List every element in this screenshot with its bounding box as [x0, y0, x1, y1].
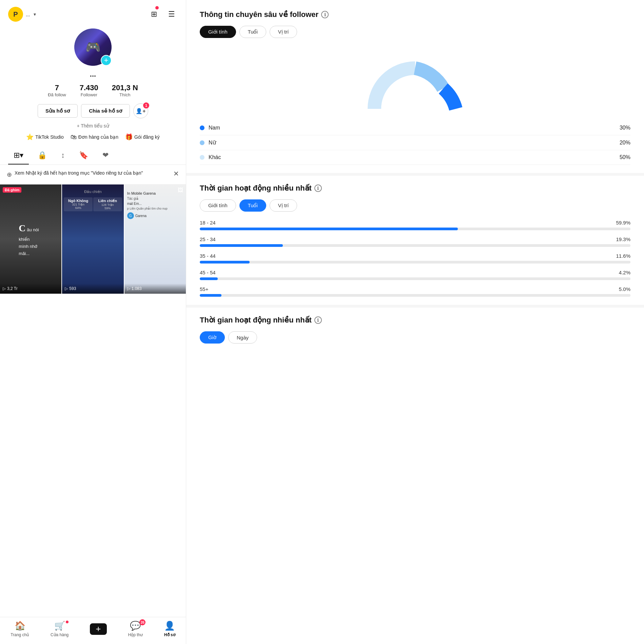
follower-insights-title: Thông tin chuyên sâu về follower ℹ [200, 10, 630, 19]
action-links: ⭐ TikTok Studio 🛍 Đơn hàng của bạn 🎁 Gói… [26, 133, 159, 141]
activity-tab-gender[interactable]: Giới tính [200, 199, 236, 212]
nav-shop[interactable]: 🛒 Cửa hàng [51, 621, 69, 637]
nav-home[interactable]: 🏠 Trang chủ [11, 621, 29, 637]
donut-chart [361, 46, 469, 114]
share-profile-button[interactable]: Chia sẻ hồ sơ [81, 104, 130, 118]
section-divider-2 [186, 305, 644, 308]
video-text-1: C âu nói khiếnmình nhớ mãi... [15, 218, 46, 261]
nav-inbox[interactable]: 💬 26 Hộp thư [128, 621, 143, 637]
activity-title-1-text: Thời gian hoạt động nhiều nhất [200, 184, 312, 193]
bar-fill-45-54 [200, 277, 218, 280]
activity-info-icon-2[interactable]: ℹ [314, 316, 322, 324]
followers-count: 7.430 [80, 83, 98, 92]
tiktok-studio-link[interactable]: ⭐ TikTok Studio [26, 133, 64, 141]
legend-label-nam: Nam [209, 125, 220, 131]
profile-section: 🎮 + ... 7 Đã follow 7.430 Follower 201,3… [0, 25, 186, 147]
create-button[interactable]: + [90, 623, 107, 635]
bar-header-45-54: 45 - 54 4.2% [200, 270, 630, 275]
following-count: 7 [55, 83, 59, 92]
follower-tab-location[interactable]: Vị trí [270, 26, 297, 38]
info-circle-icon: ⊕ [7, 170, 12, 179]
follower-info-icon[interactable]: ℹ [321, 11, 329, 18]
edit-profile-button[interactable]: Sửa hồ sơ [38, 104, 78, 118]
video-thumb-1[interactable]: Đã ghim C âu nói khiếnmình nhớ mãi... ▷ … [0, 184, 61, 294]
activity-tab-day[interactable]: Ngày [228, 331, 257, 344]
nav-shop-label: Cửa hàng [51, 632, 69, 637]
tab-heart[interactable]: ❤ [97, 147, 114, 164]
bar-label-45-54: 45 - 54 [200, 270, 216, 275]
follow-badge: 1 [143, 102, 149, 109]
follower-insights-title-text: Thông tin chuyên sâu về follower [200, 10, 318, 19]
legend-left-nam: Nam [200, 125, 220, 131]
activity-info-icon-1[interactable]: ℹ [314, 184, 322, 192]
stats-row: 7 Đã follow 7.430 Follower 201,3 N Thích [48, 83, 138, 97]
avatar-container: 🎮 + [74, 28, 112, 66]
video-thumb-3[interactable]: 🖼 In Mobile Garena Tác giả mất Em... p L… [124, 184, 186, 294]
activity-tab-location[interactable]: Vị trí [270, 199, 297, 212]
notification-bar: ⊕ Xem Nhật ký đã hết hạn trong mục "Vide… [0, 165, 186, 184]
bio-link[interactable]: + Thêm tiểu sử [77, 123, 109, 129]
username-dropdown[interactable]: ... ▾ [26, 11, 38, 18]
shop-dot [66, 621, 69, 623]
view-count-3: 1.083 [132, 286, 142, 291]
video-grid: Đã ghim C âu nói khiếnmình nhớ mãi... ▷ … [0, 184, 186, 617]
activity-tab-age[interactable]: Tuổi [239, 199, 266, 212]
avatar-plus-button[interactable]: + [101, 55, 112, 66]
bar-track-35-44 [200, 261, 630, 264]
follower-tab-gender[interactable]: Giới tính [200, 26, 236, 38]
tab-private[interactable]: 🔒 [32, 147, 52, 164]
stat-following[interactable]: 7 Đã follow [48, 83, 66, 97]
left-panel: P ... ▾ ⊞ ☰ 🎮 + ... 7 Đã follo [0, 0, 186, 644]
donut-segment-nam [443, 89, 456, 109]
legend-pct-khac: 50% [620, 154, 630, 160]
orders-icon: 🛍 [71, 134, 77, 141]
view-count-1: 3,2 Tr [7, 286, 18, 291]
orders-link[interactable]: 🛍 Đơn hàng của bạn [71, 133, 118, 141]
nav-inbox-label: Hộp thư [128, 632, 143, 637]
menu-icon[interactable]: ☰ [165, 8, 178, 20]
follow-button[interactable]: 👤+ 1 [133, 103, 148, 118]
legend-left-khac: Khác [200, 154, 221, 160]
bar-track-18-24 [200, 228, 630, 230]
bar-row-35-44: 35 - 44 11.6% [200, 253, 630, 264]
profile-username: ... [90, 70, 96, 79]
chevron-down-icon[interactable]: ▾ [32, 11, 38, 18]
close-notification-button[interactable]: ✕ [173, 170, 179, 178]
tab-liked[interactable]: 🔖 [74, 147, 94, 164]
nav-profile[interactable]: 👤 Hồ sơ [164, 621, 175, 637]
subscription-label: Gói đăng ký [134, 134, 160, 140]
bar-row-25-34: 25 - 34 19.3% [200, 236, 630, 247]
bar-row-18-24: 18 - 24 59.9% [200, 220, 630, 230]
bar-label-35-44: 35 - 44 [200, 253, 216, 259]
subscription-link[interactable]: 🎁 Gói đăng ký [125, 133, 160, 141]
activity-title-2: Thời gian hoạt động nhiều nhất ℹ [200, 316, 630, 325]
bar-fill-25-34 [200, 244, 283, 247]
tab-grid[interactable]: ⊞▾ [8, 147, 29, 164]
legend-item-khac: Khác 50% [200, 150, 630, 165]
bar-pct-45-54: 4.2% [619, 270, 630, 275]
stat-followers[interactable]: 7.430 Follower [80, 83, 98, 97]
activity-filter-tabs-2: Giờ Ngày [200, 331, 630, 344]
stat-likes[interactable]: 201,3 N Thích [112, 83, 138, 97]
nav-create[interactable]: + [90, 623, 107, 635]
tab-repost[interactable]: ↕ [56, 147, 70, 164]
bar-header-18-24: 18 - 24 59.9% [200, 220, 630, 226]
video-thumb-2[interactable]: Đấu chiến Ngô Không 321 Trận 64% Liên ch… [62, 184, 123, 294]
activity-tab-hour[interactable]: Giờ [200, 331, 225, 344]
pinned-badge: Đã ghim [3, 187, 21, 193]
bar-pct-18-24: 59.9% [616, 220, 630, 226]
bookmark-icon[interactable]: ⊞ [148, 8, 160, 20]
notification-message: Xem Nhật ký đã hết hạn trong mục "Video … [15, 170, 143, 177]
top-bar-left: P ... ▾ [8, 7, 38, 22]
video-content-2: Đấu chiến Ngô Không 321 Trận 64% Liên ch… [62, 188, 123, 294]
notification-text: ⊕ Xem Nhật ký đã hết hạn trong mục "Vide… [7, 170, 143, 179]
likes-count: 201,3 N [112, 83, 138, 92]
profile-icon: 👤 [164, 621, 175, 631]
notification-dot [155, 6, 159, 9]
activity-title-2-text: Thời gian hoạt động nhiều nhất [200, 316, 312, 325]
bar-pct-35-44: 11.6% [616, 253, 630, 259]
video-top-text-2: Đấu chiến [82, 188, 103, 196]
legend-list: Nam 30% Nữ 20% Khác 50% [200, 121, 630, 165]
follower-tab-age[interactable]: Tuổi [239, 26, 266, 38]
orders-label: Đơn hàng của bạn [78, 134, 118, 140]
